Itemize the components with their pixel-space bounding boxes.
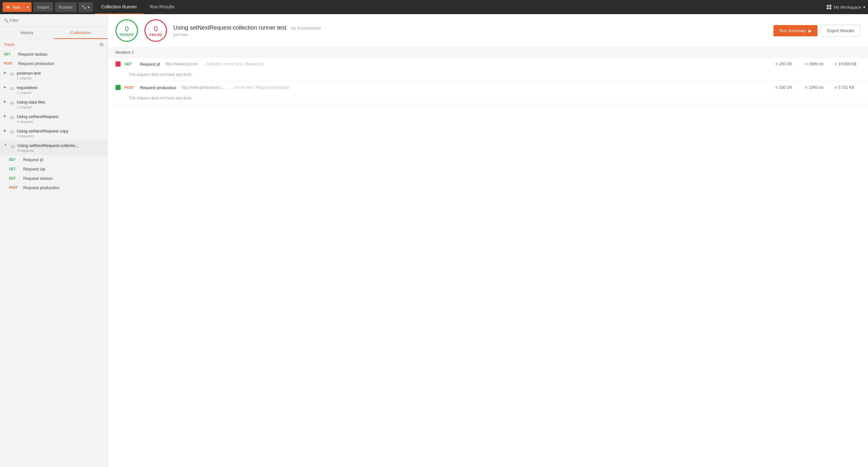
folder-icon: 🗂 bbox=[10, 144, 15, 149]
svg-rect-2 bbox=[82, 5, 84, 7]
run-title: Using setNextRequest-collection runner t… bbox=[174, 25, 286, 31]
svg-rect-4 bbox=[827, 5, 829, 7]
chevron-down-icon: ▼ bbox=[4, 143, 7, 147]
folder-icon: 🗂 bbox=[10, 71, 14, 76]
list-item[interactable]: GET Request taobao bbox=[0, 174, 107, 183]
collection-set-next-request-copy[interactable]: ▶ 🗂 Using setNextRequest copy 4 requests bbox=[0, 126, 107, 141]
iteration-header: Iteration 1 bbox=[108, 47, 868, 58]
size-dot bbox=[835, 63, 837, 65]
collection-name: postman test bbox=[17, 71, 40, 75]
collection-using-data-files[interactable]: ▶ 🗂 Using data files 1 request bbox=[0, 97, 107, 112]
failed-circle: 0 FAILED bbox=[145, 19, 167, 42]
request-name: Request taobao bbox=[18, 52, 48, 57]
method-badge-get: GET bbox=[9, 177, 21, 180]
sidebar-tabs: History Collections bbox=[0, 27, 107, 39]
failed-count: 0 bbox=[154, 25, 158, 33]
trash-section: Trash ⊞ bbox=[0, 39, 107, 50]
folder-icon: 🗂 bbox=[10, 100, 14, 105]
collection-name: requesttest bbox=[17, 85, 37, 90]
trash-label[interactable]: Trash bbox=[4, 42, 14, 47]
run-environment: No Environment bbox=[291, 26, 321, 31]
size-dot bbox=[835, 86, 837, 89]
request-method-badge: GET bbox=[125, 62, 136, 66]
sync-arrow: ▾ bbox=[88, 5, 90, 10]
run-header: 0 PASSED 0 FAILED Using setNextRequest-c… bbox=[108, 14, 868, 47]
method-badge-post: POST bbox=[9, 186, 21, 189]
collection-set-next-request-collection[interactable]: ▼ 🗂 Using setNextRequest-collectio... 4 … bbox=[0, 141, 107, 155]
request-name: Request pinduoduo bbox=[23, 185, 60, 190]
method-badge-post: POST bbox=[4, 62, 16, 65]
sidebar-list: GET Request taobao POST Request pinduodu… bbox=[0, 50, 107, 467]
collection-name: Using setNextRequest bbox=[17, 114, 58, 119]
filter-input[interactable] bbox=[3, 17, 104, 24]
list-item[interactable]: GET Request taobao bbox=[0, 50, 107, 59]
collection-name: Using setNextRequest-collectio... bbox=[18, 143, 79, 148]
collection-name: Using setNextRequest copy bbox=[17, 129, 68, 133]
arrow-right-icon: ▶ bbox=[808, 28, 812, 33]
svg-rect-1 bbox=[6, 7, 10, 7]
collection-meta: 1 request bbox=[17, 76, 40, 80]
request-block-jd: GET Request jd http://wwww.jd.com ...col… bbox=[108, 58, 868, 81]
request-name: Request jd bbox=[23, 157, 43, 162]
request-row[interactable]: POST Request pinduoduo http://www.pinduo… bbox=[108, 81, 868, 94]
run-info: Using setNextRequest-collection runner t… bbox=[174, 25, 767, 37]
export-results-button[interactable]: Export Results bbox=[821, 25, 860, 37]
passed-label: PASSED bbox=[120, 33, 133, 37]
request-path: ... runner test / Request pinduoduo bbox=[230, 85, 289, 90]
request-name: Request vip bbox=[23, 166, 45, 172]
content-area: 0 PASSED 0 FAILED Using setNextRequest-c… bbox=[108, 14, 868, 467]
request-status-indicator bbox=[116, 85, 121, 90]
tab-collection-runner[interactable]: Collection Runner bbox=[95, 0, 144, 14]
collection-meta: 1 request bbox=[17, 91, 37, 95]
tab-history[interactable]: History bbox=[0, 27, 54, 39]
run-summary-button[interactable]: Run Summary ▶ bbox=[773, 25, 817, 36]
sidebar: 🔍 History Collections Trash ⊞ GET Reques… bbox=[0, 14, 108, 467]
svg-rect-3 bbox=[84, 7, 86, 9]
collection-meta: 4 requests bbox=[17, 134, 68, 138]
top-bar: New ▾ Import Runner ▾ Collection Runner … bbox=[0, 0, 868, 14]
workspace-label: My Workspace bbox=[834, 5, 861, 10]
request-name: Request jd bbox=[140, 62, 160, 67]
request-time: 2995 ms bbox=[805, 62, 831, 66]
new-button[interactable]: New ▾ bbox=[3, 2, 32, 12]
request-size: 5.701 KB bbox=[835, 85, 860, 90]
sync-button[interactable]: ▾ bbox=[79, 2, 93, 12]
status-dot bbox=[775, 63, 778, 65]
tab-run-results[interactable]: Run Results bbox=[144, 0, 181, 14]
list-item[interactable]: GET Request vip bbox=[0, 164, 107, 174]
chevron-right-icon: ▶ bbox=[4, 114, 6, 118]
list-item[interactable]: POST Request pinduoduo bbox=[0, 59, 107, 68]
run-actions: Run Summary ▶ Export Results bbox=[773, 25, 860, 37]
collection-postman-test[interactable]: ▶ 🗂 postman test 1 request bbox=[0, 68, 107, 83]
collection-meta: 1 request bbox=[17, 105, 45, 109]
no-tests-message: This request does not have any tests. bbox=[108, 94, 868, 104]
time-dot bbox=[805, 63, 808, 65]
time-dot bbox=[805, 86, 808, 89]
request-row[interactable]: GET Request jd http://wwww.jd.com ...col… bbox=[108, 58, 868, 70]
request-name: Request pinduoduo bbox=[140, 85, 176, 90]
chevron-right-icon: ▶ bbox=[4, 71, 6, 74]
list-item[interactable]: GET Request jd bbox=[0, 155, 107, 164]
search-icon: 🔍 bbox=[4, 18, 9, 23]
collection-meta: 4 requests bbox=[18, 149, 79, 152]
passed-count: 0 bbox=[125, 25, 129, 33]
request-path: ...collection runner test / Request jd bbox=[203, 62, 264, 66]
import-button[interactable]: Import bbox=[33, 2, 53, 12]
top-tabs: Collection Runner Run Results bbox=[95, 0, 825, 14]
collection-requesttest[interactable]: ▶ 🗂 requesttest 1 request bbox=[0, 83, 107, 97]
new-dropdown-arrow[interactable]: ▾ bbox=[24, 2, 32, 12]
folder-icon: 🗂 bbox=[10, 86, 14, 91]
new-collection-button[interactable]: ⊞ bbox=[100, 42, 103, 47]
list-item[interactable]: POST Request pinduoduo bbox=[0, 183, 107, 192]
collection-set-next-request[interactable]: ▶ 🗂 Using setNextRequest 4 requests bbox=[0, 112, 107, 126]
status-dot bbox=[775, 86, 778, 89]
runner-button[interactable]: Runner bbox=[55, 2, 76, 12]
main-layout: 🔍 History Collections Trash ⊞ GET Reques… bbox=[0, 14, 868, 467]
svg-rect-7 bbox=[829, 7, 831, 9]
svg-rect-6 bbox=[827, 7, 829, 9]
sidebar-search-bar: 🔍 bbox=[0, 14, 107, 27]
new-button-main[interactable]: New bbox=[3, 2, 24, 12]
workspace-button[interactable]: My Workspace ▾ bbox=[827, 4, 865, 10]
request-status-indicator bbox=[116, 61, 121, 67]
tab-collections[interactable]: Collections bbox=[54, 27, 107, 39]
